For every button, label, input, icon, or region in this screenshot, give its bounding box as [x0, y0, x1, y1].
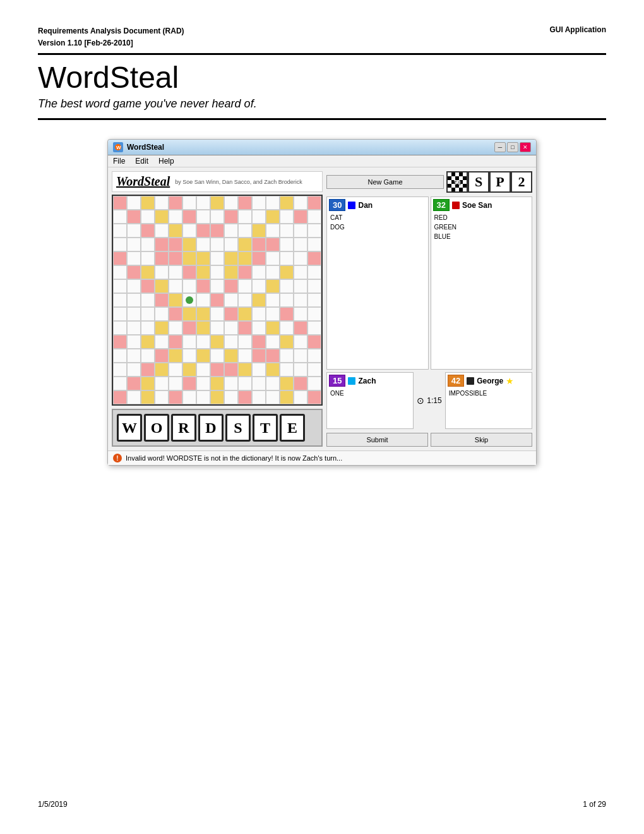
- board-cell[interactable]: [266, 363, 280, 377]
- board-cell[interactable]: [252, 335, 266, 349]
- board-cell[interactable]: [210, 279, 224, 293]
- board-cell[interactable]: [182, 349, 196, 363]
- board-cell[interactable]: [224, 307, 238, 321]
- board-cell[interactable]: [169, 293, 182, 307]
- board-cell[interactable]: [155, 377, 169, 390]
- board-cell[interactable]: [238, 279, 252, 293]
- board-cell[interactable]: [294, 265, 307, 279]
- board-cell[interactable]: [141, 321, 155, 335]
- board-cell[interactable]: [113, 265, 127, 279]
- board-cell[interactable]: [224, 377, 238, 390]
- board-cell[interactable]: [127, 293, 141, 307]
- menu-file[interactable]: File: [113, 157, 125, 166]
- board-cell[interactable]: [182, 265, 196, 279]
- board-cell[interactable]: [182, 210, 196, 224]
- board-cell[interactable]: [113, 196, 127, 210]
- board-cell[interactable]: [210, 224, 224, 238]
- board-cell[interactable]: [141, 377, 155, 390]
- board-cell[interactable]: [127, 251, 141, 265]
- board-cell[interactable]: [196, 349, 210, 363]
- board-cell[interactable]: [182, 196, 196, 210]
- board-cell[interactable]: [155, 293, 169, 307]
- board-cell[interactable]: [169, 279, 182, 293]
- maximize-button[interactable]: □: [507, 142, 518, 152]
- board-cell[interactable]: [266, 251, 280, 265]
- submit-button[interactable]: Submit: [326, 433, 428, 447]
- board-cell[interactable]: [210, 238, 224, 251]
- board-cell[interactable]: [252, 390, 266, 404]
- board-cell[interactable]: [141, 349, 155, 363]
- board-cell[interactable]: [307, 210, 321, 224]
- board-cell[interactable]: [141, 307, 155, 321]
- board-cell[interactable]: [307, 251, 321, 265]
- board-cell[interactable]: [266, 390, 280, 404]
- board-cell[interactable]: [252, 251, 266, 265]
- board-cell[interactable]: [155, 335, 169, 349]
- board-cell[interactable]: [169, 321, 182, 335]
- letter-tile[interactable]: D: [198, 414, 224, 442]
- board-cell[interactable]: [252, 293, 266, 307]
- board-cell[interactable]: [294, 279, 307, 293]
- board-cell[interactable]: [155, 349, 169, 363]
- board-cell[interactable]: [266, 377, 280, 390]
- board-cell[interactable]: [238, 251, 252, 265]
- board-cell[interactable]: [238, 224, 252, 238]
- board-cell[interactable]: [141, 224, 155, 238]
- board-cell[interactable]: [169, 210, 182, 224]
- board-cell[interactable]: [294, 390, 307, 404]
- board-cell[interactable]: [113, 335, 127, 349]
- board-cell[interactable]: [266, 335, 280, 349]
- board-cell[interactable]: [155, 251, 169, 265]
- board-cell[interactable]: [141, 210, 155, 224]
- board-cell[interactable]: [307, 293, 321, 307]
- board-cell[interactable]: [196, 335, 210, 349]
- board-cell[interactable]: [252, 307, 266, 321]
- board-cell[interactable]: [224, 210, 238, 224]
- board-cell[interactable]: [224, 279, 238, 293]
- board-cell[interactable]: [252, 238, 266, 251]
- board-cell[interactable]: [266, 293, 280, 307]
- menu-edit[interactable]: Edit: [135, 157, 148, 166]
- board-cell[interactable]: [155, 321, 169, 335]
- board-cell[interactable]: [307, 307, 321, 321]
- board-cell[interactable]: [141, 238, 155, 251]
- board-cell[interactable]: [196, 251, 210, 265]
- board-cell[interactable]: [252, 279, 266, 293]
- board-cell[interactable]: [224, 238, 238, 251]
- board-cell[interactable]: [238, 210, 252, 224]
- board-cell[interactable]: [280, 224, 294, 238]
- board-cell[interactable]: [280, 196, 294, 210]
- board-cell[interactable]: [266, 224, 280, 238]
- board-cell[interactable]: [155, 210, 169, 224]
- board-cell[interactable]: [238, 196, 252, 210]
- board-cell[interactable]: [169, 265, 182, 279]
- board-cell[interactable]: [266, 279, 280, 293]
- board-cell[interactable]: [238, 307, 252, 321]
- board-cell[interactable]: [210, 293, 224, 307]
- board-cell[interactable]: [224, 224, 238, 238]
- board-cell[interactable]: [294, 307, 307, 321]
- board-cell[interactable]: [210, 349, 224, 363]
- board-cell[interactable]: [182, 279, 196, 293]
- board-cell[interactable]: [294, 224, 307, 238]
- board-cell[interactable]: [169, 307, 182, 321]
- board-cell[interactable]: [196, 307, 210, 321]
- board-cell[interactable]: [113, 321, 127, 335]
- board-cell[interactable]: [182, 293, 196, 307]
- board-cell[interactable]: [280, 390, 294, 404]
- board-cell[interactable]: [307, 265, 321, 279]
- board-cell[interactable]: [113, 363, 127, 377]
- board-cell[interactable]: [127, 307, 141, 321]
- board-cell[interactable]: [252, 224, 266, 238]
- board-cell[interactable]: [280, 265, 294, 279]
- board-cell[interactable]: [238, 238, 252, 251]
- board-cell[interactable]: [294, 363, 307, 377]
- new-game-button[interactable]: New Game: [326, 175, 444, 189]
- board-cell[interactable]: [252, 349, 266, 363]
- board-cell[interactable]: [210, 196, 224, 210]
- board-cell[interactable]: [196, 196, 210, 210]
- board-cell[interactable]: [182, 238, 196, 251]
- board-cell[interactable]: [196, 321, 210, 335]
- board-cell[interactable]: [238, 363, 252, 377]
- board-cell[interactable]: [196, 363, 210, 377]
